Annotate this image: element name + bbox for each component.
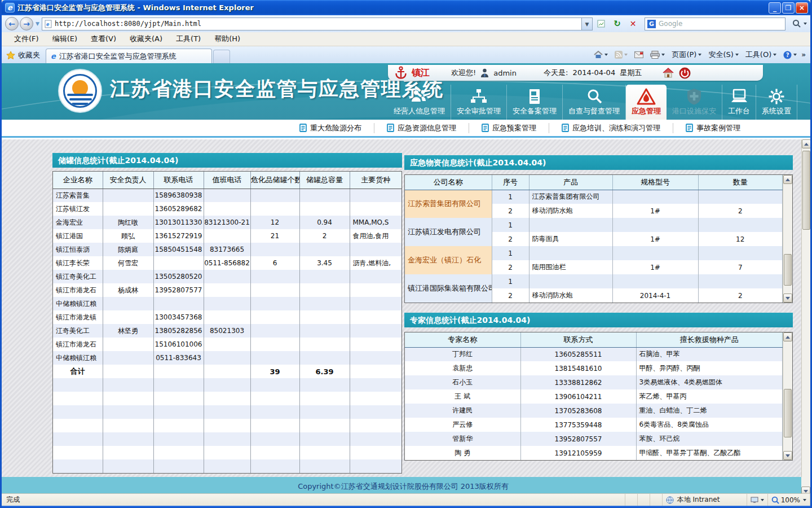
table-row[interactable]: 江苏镇江发13605289682 xyxy=(53,202,401,216)
username[interactable]: admin xyxy=(493,69,517,77)
forward-button[interactable]: → xyxy=(20,17,33,30)
table-row[interactable]: 陶 勇13912105959甲缩醛、甲基异丁基酮、乙酸乙酯 xyxy=(405,446,783,460)
table-row[interactable]: 镇江港国顾弘13615272919212食用油,食用 xyxy=(53,229,401,243)
back-button[interactable]: ← xyxy=(5,17,19,30)
new-tab-stub[interactable] xyxy=(213,50,230,63)
print-button[interactable] xyxy=(648,50,667,60)
table-row[interactable]: 镇江市港龙镇13003457368 xyxy=(53,310,401,324)
page-scrollbar-end[interactable] xyxy=(801,477,810,493)
scroll-down-icon[interactable] xyxy=(783,451,792,460)
table-row[interactable]: 许建民13705283608重油、白蜡油、丁二烯 xyxy=(405,404,783,418)
nav-item-安全审批管理[interactable]: 安全审批管理 xyxy=(451,85,507,120)
cell xyxy=(350,310,401,324)
zoom-control[interactable]: 100% xyxy=(768,494,810,506)
overflow-chevron-icon[interactable]: » xyxy=(801,51,806,59)
table-row[interactable]: 镇江李长荣何雪宏0511-85688263.45沥青,燃料油, xyxy=(53,256,401,270)
menu-item[interactable]: 编辑(E) xyxy=(46,32,84,46)
scroll-down-icon[interactable] xyxy=(801,487,810,493)
table-row[interactable]: 镇江市港龙石15106101006 xyxy=(53,338,401,351)
page-scrollbar[interactable] xyxy=(801,139,810,477)
table-row[interactable]: 王 斌13906104211苯乙烯、甲基丙 xyxy=(405,389,783,404)
search-dropdown-icon[interactable] xyxy=(804,23,807,25)
table-row[interactable]: 江苏索普集团有限公司1江苏索普集团有限公司 xyxy=(405,190,783,204)
column-header: 公司名称 xyxy=(405,175,492,190)
tools-menu[interactable]: 工具(O) xyxy=(743,49,779,61)
table-row[interactable]: 镇江奇美化工13505280520 xyxy=(53,270,401,283)
subnav-item-应急资源信息管理[interactable]: 应急资源信息管理 xyxy=(374,123,469,133)
nav-item-工作台[interactable]: 工作台 xyxy=(722,85,756,120)
close-button[interactable]: × xyxy=(796,2,808,14)
search-box[interactable]: G Google xyxy=(645,17,785,30)
table-row[interactable]: 镇江恒泰沥陈炳庭1585045154883173665 xyxy=(53,243,401,256)
svg-text:e: e xyxy=(46,21,50,27)
table-row[interactable]: 丁邦红13605285511石脑油、甲苯 xyxy=(405,347,783,361)
cell xyxy=(153,392,204,405)
table-row[interactable]: 江苏索普集15896380938 xyxy=(53,189,401,202)
table-row[interactable]: 中储粮镇江粮 xyxy=(53,297,401,310)
search-button[interactable] xyxy=(789,17,804,30)
table-row[interactable]: 管新华13952807557苯胺、环己烷 xyxy=(405,432,783,446)
table-row[interactable]: 镇江港国际集装箱有限公司1 xyxy=(405,274,783,288)
cell xyxy=(250,446,299,459)
nav-item-港口设施保安[interactable]: 港口设施保安 xyxy=(667,85,722,120)
help-button[interactable]: ? xyxy=(781,50,799,60)
copyright-text: Copyright©江苏省交通规划设计院股份有限公司 2013版权所有 xyxy=(298,482,509,491)
nav-item-系统设置[interactable]: 系统设置 xyxy=(756,85,797,120)
home-shortcut-icon[interactable] xyxy=(662,67,674,78)
menu-item[interactable]: 文件(F) xyxy=(7,32,46,46)
table-row[interactable]: 中储粮镇江粮0511-833643 xyxy=(53,351,401,365)
nav-item-经营人信息管理[interactable]: 经营人信息管理 xyxy=(388,85,451,120)
maximize-button[interactable]: ❐ xyxy=(782,2,795,14)
subnav-item-事故案例管理[interactable]: 事故案例管理 xyxy=(673,123,753,133)
page-menu[interactable]: 页面(P) xyxy=(669,49,704,61)
table-row[interactable]: 江奇美化工林坚勇1380528285685021303 xyxy=(53,324,401,338)
cell: 防毒面具 xyxy=(529,232,612,246)
supplies-scrollbar[interactable] xyxy=(783,175,792,303)
subnav-item-应急培训、演练和演习管理[interactable]: 应急培训、演练和演习管理 xyxy=(549,123,673,133)
nav-item-自查与督查管理[interactable]: 自查与督查管理 xyxy=(563,85,626,120)
table-row[interactable]: 严云修137753594486类毒害品、8类腐蚀品 xyxy=(405,418,783,432)
menu-item[interactable]: 工具(T) xyxy=(169,32,208,46)
scroll-up-icon[interactable] xyxy=(783,175,792,184)
safety-menu[interactable]: 安全(S) xyxy=(706,49,740,61)
scroll-up-icon[interactable] xyxy=(802,139,810,148)
menu-item[interactable]: 收藏夹(A) xyxy=(123,32,169,46)
scroll-down-icon[interactable] xyxy=(783,294,792,303)
table-row[interactable]: 石小玉133388128623类易燃液体、4类易燃固体 xyxy=(405,375,783,389)
feeds-button[interactable] xyxy=(612,50,630,60)
experts-panel-title: 专家信息统计(截止2014.04.04) xyxy=(404,313,793,327)
stop-button[interactable]: ✕ xyxy=(626,17,640,30)
url-field[interactable]: e http://localhost:8080/yjpt/Main.html xyxy=(42,17,582,30)
subnav-item-应急预案管理[interactable]: 应急预案管理 xyxy=(469,123,549,133)
table-row[interactable]: 金海宏业陶红暾1301301133083121300-21120.94MMA,M… xyxy=(53,216,401,229)
history-dropdown-icon[interactable]: ▼ xyxy=(36,21,39,27)
nav-item-安全备案管理[interactable]: 安全备案管理 xyxy=(507,85,563,120)
scroll-up-icon[interactable] xyxy=(783,332,792,341)
protected-mode-pane[interactable] xyxy=(747,494,768,506)
favorites-button[interactable]: 收藏夹 xyxy=(2,50,46,63)
table-row[interactable]: 袁新忠13815481610甲醇、异丙醇、丙酮 xyxy=(405,361,783,375)
url-dropdown-button[interactable]: ▼ xyxy=(582,17,593,30)
compatibility-button[interactable] xyxy=(594,17,608,30)
cell xyxy=(250,243,299,256)
subnav-item-重大危险源分布[interactable]: 重大危险源分布 xyxy=(287,123,374,133)
menu-item[interactable]: 查看(V) xyxy=(84,32,123,46)
refresh-button[interactable]: ↻ xyxy=(610,17,624,30)
cell: 移动消防水炮 xyxy=(529,288,612,303)
table-row[interactable]: 镇江市港龙石杨成林13952807577 xyxy=(53,283,401,297)
home-button[interactable] xyxy=(592,50,610,60)
experts-scrollbar[interactable] xyxy=(783,332,792,460)
cell xyxy=(153,378,204,392)
cell: 镇江奇美化工 xyxy=(53,270,103,283)
table-row[interactable]: 江苏镇江发电有限公司1 xyxy=(405,218,783,232)
logout-icon[interactable] xyxy=(679,67,691,79)
url-text: http://localhost:8080/yjpt/Main.html xyxy=(55,20,201,28)
mail-button[interactable] xyxy=(632,50,646,59)
table-row[interactable]: 金海宏业（镇江）石化1 xyxy=(405,246,783,260)
table-row[interactable]: 合计396.39 xyxy=(53,365,401,378)
tab-active[interactable]: e 江苏省港口安全监管与应急管理系统 xyxy=(46,49,212,63)
nav-item-应急管理[interactable]: 应急管理 xyxy=(626,85,667,120)
city-label[interactable]: 镇江 xyxy=(412,67,430,79)
minimize-button[interactable]: _ xyxy=(769,2,781,14)
menu-item[interactable]: 帮助(H) xyxy=(208,32,247,46)
